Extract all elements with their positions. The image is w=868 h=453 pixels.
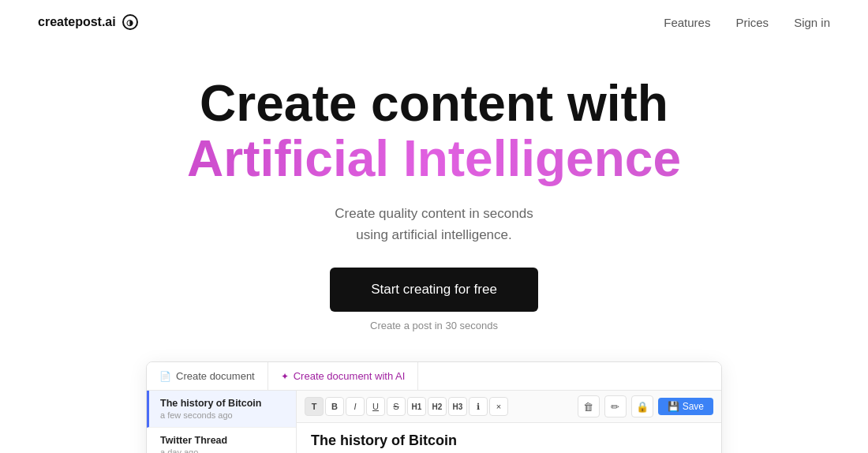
doc-title: The history of Bitcoin: [311, 432, 707, 449]
sidebar-item-time-twitter: a day ago: [160, 447, 285, 453]
document-editor: T B I U S H1 H2 H3 ℹ × 🗑 ✏ 🔒 💾: [297, 391, 721, 453]
save-icon: 💾: [668, 401, 679, 412]
sidebar-item-title-bitcoin: The history of Bitcoin: [160, 398, 285, 409]
editor-toolbar: T B I U S H1 H2 H3 ℹ × 🗑 ✏ 🔒 💾: [297, 391, 721, 423]
app-toolbar: 📄 Create document ✦ Create document with…: [147, 362, 721, 391]
save-button[interactable]: 💾 Save: [658, 398, 713, 415]
sidebar-item-time-bitcoin: a few seconds ago: [160, 410, 285, 420]
signin-link[interactable]: Sign in: [794, 16, 830, 29]
format-underline-btn[interactable]: U: [366, 397, 385, 416]
tab-create-document[interactable]: 📄 Create document: [147, 362, 268, 390]
format-buttons: T B I U S H1 H2 H3 ℹ ×: [305, 397, 508, 416]
format-bold-btn[interactable]: B: [325, 397, 344, 416]
editor-action-buttons: 🗑 ✏ 🔒 💾 Save: [578, 395, 713, 417]
format-h3-btn[interactable]: H3: [448, 397, 467, 416]
delete-button[interactable]: 🗑: [578, 395, 600, 417]
prices-link[interactable]: Prices: [735, 16, 769, 29]
format-h1-btn[interactable]: H1: [407, 397, 426, 416]
logo[interactable]: createpost.ai ◑: [38, 14, 138, 30]
sidebar-item-title-twitter: Twitter Thread: [160, 435, 285, 446]
ai-icon: ✦: [281, 371, 289, 382]
sidebar-item-twitter[interactable]: Twitter Thread a day ago: [147, 428, 296, 453]
format-text-btn[interactable]: T: [305, 397, 324, 416]
format-strikethrough-btn[interactable]: S: [387, 397, 406, 416]
sidebar-item-bitcoin[interactable]: The history of Bitcoin a few seconds ago: [147, 391, 296, 428]
logo-text: createpost.ai: [38, 15, 116, 29]
format-info-btn[interactable]: ℹ: [469, 397, 488, 416]
hero-subtitle: Create quality content in seconds using …: [16, 203, 852, 245]
features-link[interactable]: Features: [664, 16, 710, 29]
editor-content[interactable]: The history of Bitcoin What is Bitcoin?: [297, 423, 721, 453]
lock-button[interactable]: 🔒: [631, 395, 653, 417]
hero-title-line2: Artificial Intelligence: [16, 131, 852, 186]
nav-links: Features Prices Sign in: [664, 16, 830, 29]
documents-sidebar: The history of Bitcoin a few seconds ago…: [147, 391, 297, 453]
hero-section: Create content with Artificial Intellige…: [0, 44, 868, 347]
navbar: createpost.ai ◑ Features Prices Sign in: [0, 0, 868, 44]
app-preview: 📄 Create document ✦ Create document with…: [146, 361, 722, 453]
logo-icon: ◑: [122, 14, 138, 30]
hero-title-line1: Create content with: [16, 76, 852, 131]
cta-subtext: Create a post in 30 seconds: [16, 320, 852, 331]
format-italic-btn[interactable]: I: [346, 397, 365, 416]
document-icon: 📄: [159, 371, 171, 382]
app-body: The history of Bitcoin a few seconds ago…: [147, 391, 721, 453]
format-h2-btn[interactable]: H2: [428, 397, 447, 416]
format-close-btn[interactable]: ×: [489, 397, 508, 416]
edit-button[interactable]: ✏: [604, 395, 627, 417]
tab-create-document-ai[interactable]: ✦ Create document with AI: [268, 362, 419, 390]
cta-button[interactable]: Start creating for free: [330, 268, 538, 312]
